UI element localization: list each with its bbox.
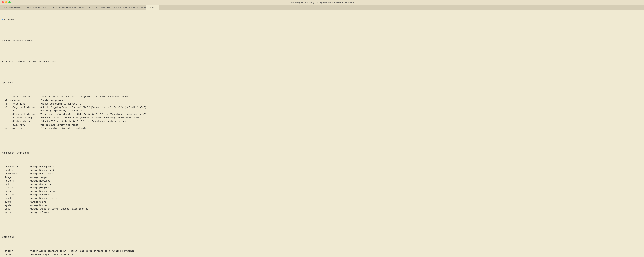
tab-1[interactable]: ~/jenkins — root@ubuntu: ~ — ssh -p 22 -… bbox=[0, 5, 49, 10]
blank-line-4 bbox=[2, 141, 642, 144]
option-row: --tlsverifyUse TLS and verify the remote bbox=[2, 123, 642, 127]
mgmt-cmd-desc: Manage checkpoints bbox=[30, 165, 642, 169]
cmd-name: commit bbox=[2, 256, 30, 257]
close-button[interactable] bbox=[2, 1, 4, 4]
commands-list: attachAttach local standard input, outpu… bbox=[2, 249, 642, 257]
option-flag: --tls bbox=[2, 109, 40, 113]
blank-line-3 bbox=[2, 70, 642, 74]
management-header: Management Commands: bbox=[2, 151, 642, 155]
tab-5[interactable]: ~ bbox=[159, 5, 165, 10]
maximize-button[interactable] bbox=[8, 1, 10, 4]
mgmt-cmd-row: checkpointManage checkpoints bbox=[2, 165, 642, 169]
mgmt-cmd-desc: Manage Swarm bbox=[30, 200, 642, 204]
mgmt-cmd-desc: Manage volumes bbox=[30, 211, 642, 214]
mgmt-cmd-desc: Manage containers bbox=[30, 172, 642, 176]
titlebar: DavidWang — DavidWang@WangdeMacBook-Pro … bbox=[0, 0, 644, 5]
mgmt-cmd-name: checkpoint bbox=[2, 165, 30, 169]
option-flag: -H, --host list bbox=[2, 102, 40, 106]
mgmt-cmd-name: container bbox=[2, 172, 30, 176]
option-flag: -v, --version bbox=[2, 127, 40, 130]
option-row: --config stringLocation of client config… bbox=[2, 95, 642, 98]
options-list: --config stringLocation of client config… bbox=[2, 95, 642, 130]
commands-header: Commands: bbox=[2, 235, 642, 239]
terminal-content[interactable]: ➜ ~ docker Usage: docker COMMAND A self-… bbox=[0, 10, 644, 257]
mgmt-cmd-row: trustManage trust on Docker images (expe… bbox=[2, 207, 642, 211]
option-row: --tlskey stringPath to TLS key file (def… bbox=[2, 120, 642, 123]
option-row: -l, --log-level stringSet the logging le… bbox=[2, 106, 642, 109]
option-desc: Location of client config files (default… bbox=[40, 95, 642, 98]
option-desc: Daemon socket(s) to connect to bbox=[40, 102, 642, 106]
prompt-line: ➜ ~ docker bbox=[2, 18, 642, 22]
mgmt-cmd-desc: Manage networks bbox=[30, 179, 642, 183]
titlebar-buttons bbox=[2, 1, 10, 4]
mgmt-cmd-name: volume bbox=[2, 211, 30, 214]
mgmt-cmd-name: stack bbox=[2, 197, 30, 200]
mgmt-cmd-name: node bbox=[2, 183, 30, 186]
cmd-desc: Create a new image from a container's ch… bbox=[30, 256, 642, 257]
cmd-row: attachAttach local standard input, outpu… bbox=[2, 249, 642, 253]
option-desc: Path to TLS certificate file (default "/… bbox=[40, 116, 642, 120]
option-flag: --tlskey string bbox=[2, 120, 40, 123]
mgmt-cmd-row: systemManage Docker bbox=[2, 204, 642, 207]
window-title: DavidWang — DavidWang@WangdeMacBook-Pro … bbox=[290, 1, 354, 4]
mgmt-cmd-name: secret bbox=[2, 190, 30, 193]
option-row: -H, --host listDaemon socket(s) to conne… bbox=[2, 102, 642, 106]
option-desc: Enable debug mode bbox=[40, 99, 642, 102]
cmd-row: buildBuild an image from a Dockerfile bbox=[2, 253, 642, 256]
option-flag: -l, --log-level string bbox=[2, 106, 40, 109]
mgmt-cmd-name: trust bbox=[2, 207, 30, 211]
option-row: --tlscert stringPath to TLS certificate … bbox=[2, 116, 642, 120]
mgmt-cmd-desc: Manage Swarm nodes bbox=[30, 183, 642, 186]
option-flag: -D, --debug bbox=[2, 99, 40, 102]
new-tab-button[interactable]: + bbox=[638, 5, 644, 10]
mgmt-cmd-name: plugin bbox=[2, 186, 30, 190]
option-desc: Use TLS; implied by --tlsverify bbox=[40, 109, 642, 113]
mgmt-cmd-desc: Manage Docker bbox=[30, 204, 642, 207]
mgmt-cmd-desc: Manage Docker secrets bbox=[30, 190, 642, 193]
tab-spacer bbox=[165, 5, 638, 10]
minimize-button[interactable] bbox=[5, 1, 7, 4]
mgmt-cmd-row: configManage Docker configs bbox=[2, 169, 642, 172]
description-line: A self-sufficient runtime for containers bbox=[2, 60, 642, 64]
mgmt-cmd-row: containerManage containers bbox=[2, 172, 642, 176]
mgmt-cmd-desc: Manage services bbox=[30, 193, 642, 197]
tab-3[interactable]: root@ubuntu: ~/apache-tomcat-8.5.13 — ss… bbox=[98, 5, 146, 10]
cmd-row: commitCreate a new image from a containe… bbox=[2, 256, 642, 257]
option-row: --tlscacert stringTrust certs signed onl… bbox=[2, 113, 642, 116]
options-header: Options: bbox=[2, 81, 642, 85]
option-flag: --tlscert string bbox=[2, 116, 40, 120]
mgmt-cmd-row: serviceManage services bbox=[2, 193, 642, 197]
mgmt-cmd-desc: Manage Docker stacks bbox=[30, 197, 642, 200]
option-desc: Path to TLS key file (default "/Users/Da… bbox=[40, 120, 642, 123]
tab-2[interactable]: jenkins@709f62311eba: /etc/apt — docker … bbox=[49, 5, 98, 10]
mgmt-cmd-name: config bbox=[2, 169, 30, 172]
blank-line-2 bbox=[2, 50, 642, 53]
mgmt-cmd-row: nodeManage Swarm nodes bbox=[2, 183, 642, 186]
option-flag: --config string bbox=[2, 95, 40, 98]
cmd-desc: Build an image from a Dockerfile bbox=[30, 253, 642, 256]
blank-line-5 bbox=[2, 225, 642, 228]
tabs-bar: ~/jenkins — root@ubuntu: ~ — ssh -p 22 -… bbox=[0, 5, 644, 10]
cmd-name: build bbox=[2, 253, 30, 256]
tab-4[interactable]: ~/jenkins bbox=[146, 5, 159, 10]
option-row: -D, --debugEnable debug mode bbox=[2, 99, 642, 102]
cmd-name: attach bbox=[2, 249, 30, 253]
mgmt-cmd-row: volumeManage volumes bbox=[2, 211, 642, 214]
mgmt-cmd-desc: Manage trust on Docker images (experimen… bbox=[30, 207, 642, 211]
command-text: ~ docker bbox=[4, 18, 15, 22]
option-desc: Print version information and quit bbox=[40, 127, 642, 130]
terminal-window: DavidWang — DavidWang@WangdeMacBook-Pro … bbox=[0, 0, 644, 257]
mgmt-cmd-desc: Manage Docker configs bbox=[30, 169, 642, 172]
option-flag: --tlsverify bbox=[2, 123, 40, 127]
mgmt-cmd-name: image bbox=[2, 176, 30, 179]
blank-line bbox=[2, 29, 642, 32]
option-desc: Use TLS and verify the remote bbox=[40, 123, 642, 127]
mgmt-cmd-row: networkManage networks bbox=[2, 179, 642, 183]
mgmt-cmd-row: swarmManage Swarm bbox=[2, 200, 642, 204]
mgmt-cmd-row: imageManage images bbox=[2, 176, 642, 179]
prompt-arrow: ➜ bbox=[2, 18, 4, 22]
mgmt-cmd-name: network bbox=[2, 179, 30, 183]
option-desc: Trust certs signed only by this CA (defa… bbox=[40, 113, 642, 116]
mgmt-cmd-row: secretManage Docker secrets bbox=[2, 190, 642, 193]
cmd-desc: Attach local standard input, output, and… bbox=[30, 249, 642, 253]
